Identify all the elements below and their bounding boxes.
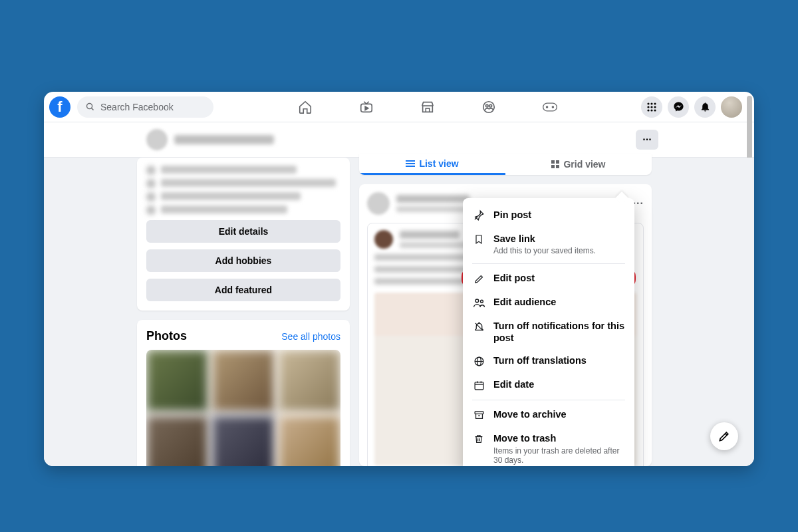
menu-notifications-label: Turn off notifications for this post	[493, 320, 625, 344]
svg-point-27	[480, 300, 483, 303]
intro-card: Edit details Add hobbies Add featured	[137, 158, 350, 311]
notifications-icon[interactable]	[694, 96, 716, 118]
menu-trash-label: Move to trash	[493, 432, 625, 444]
svg-point-17	[654, 109, 656, 111]
profile-more-button[interactable]: ···	[636, 130, 658, 150]
menu-move-to-trash[interactable]: Move to trash Items in your trash are de…	[463, 427, 634, 466]
groups-icon[interactable]	[481, 100, 496, 114]
left-column: Edit details Add hobbies Add featured Ph…	[137, 158, 350, 466]
menu-edit-date[interactable]: Edit date	[463, 373, 634, 397]
add-featured-button[interactable]: Add featured	[146, 279, 340, 301]
post-more-button[interactable]: ···	[633, 198, 644, 209]
trash-icon	[472, 432, 485, 446]
svg-point-9	[647, 102, 649, 104]
globe-icon	[472, 354, 485, 368]
menu-edit-audience[interactable]: Edit audience	[463, 291, 634, 315]
home-icon[interactable]	[298, 100, 313, 114]
photo-thumbnail[interactable]	[212, 350, 274, 412]
photo-thumbnail[interactable]	[279, 350, 340, 412]
search-input[interactable]: Search Facebook	[77, 96, 213, 118]
menu-archive-label: Move to archive	[493, 408, 567, 420]
menu-separator	[472, 400, 625, 400]
menu-save-link[interactable]: Save link Add this to your saved items.	[463, 227, 634, 261]
shared-author-name-blurred	[400, 231, 460, 239]
post-author-name-blurred	[396, 195, 469, 203]
menu-turn-off-translations[interactable]: Turn off translations	[463, 349, 634, 373]
svg-point-3	[483, 101, 494, 112]
pencil-icon	[472, 272, 485, 285]
menu-pin-post[interactable]: Pin post	[463, 203, 634, 227]
audience-icon	[472, 296, 485, 309]
svg-point-4	[485, 104, 488, 107]
bookmark-icon	[472, 233, 485, 246]
profile-small-avatar[interactable]	[146, 129, 168, 150]
gaming-icon[interactable]	[543, 100, 557, 114]
search-icon	[85, 102, 95, 112]
svg-point-10	[650, 102, 652, 104]
menu-edit-audience-label: Edit audience	[493, 296, 556, 308]
browser-window: f Search Facebook ···	[44, 92, 754, 466]
grid-icon	[551, 160, 559, 168]
top-nav: f Search Facebook	[44, 92, 754, 122]
menu-separator	[472, 263, 625, 264]
view-tabs: List view Grid view	[359, 154, 652, 175]
menu-move-to-archive[interactable]: Move to archive	[463, 403, 634, 427]
marketplace-icon[interactable]	[420, 100, 435, 114]
tab-grid-view[interactable]: Grid view	[505, 154, 652, 175]
menu-edit-post[interactable]: Edit post	[463, 267, 634, 291]
svg-point-5	[489, 104, 491, 107]
svg-point-13	[650, 106, 652, 108]
svg-point-26	[475, 299, 478, 303]
archive-icon	[472, 408, 485, 422]
facebook-logo-icon[interactable]: f	[49, 96, 70, 118]
menu-grid-icon[interactable]	[641, 96, 662, 118]
bell-off-icon	[472, 320, 485, 333]
profile-avatar[interactable]	[721, 96, 742, 118]
profile-subheader: ···	[44, 122, 754, 158]
compose-icon	[718, 430, 731, 443]
photo-thumbnail[interactable]	[212, 416, 274, 466]
search-placeholder: Search Facebook	[100, 102, 174, 112]
photo-thumbnail[interactable]	[279, 416, 340, 466]
add-hobbies-button[interactable]: Add hobbies	[146, 249, 340, 272]
svg-rect-22	[556, 160, 559, 164]
post-options-menu: Pin post Save link Add this to your save…	[463, 198, 634, 466]
svg-point-16	[650, 109, 652, 111]
scrollbar-thumb[interactable]	[747, 96, 752, 160]
photo-thumbnail[interactable]	[146, 350, 208, 412]
tab-list-label: List view	[419, 158, 458, 169]
svg-rect-32	[475, 382, 483, 389]
svg-point-14	[654, 106, 656, 108]
profile-name-blurred	[174, 135, 274, 144]
svg-rect-24	[556, 165, 559, 168]
list-icon	[406, 160, 415, 168]
svg-line-1	[92, 108, 94, 110]
photo-thumbnail[interactable]	[146, 416, 208, 466]
pin-icon	[472, 209, 485, 222]
shared-author-avatar	[374, 230, 393, 249]
shared-timestamp-blurred	[400, 242, 473, 248]
svg-rect-6	[543, 103, 557, 111]
svg-point-15	[647, 109, 649, 111]
svg-rect-23	[551, 165, 555, 168]
photo-grid	[146, 350, 340, 466]
see-all-photos-link[interactable]: See all photos	[281, 331, 340, 342]
svg-rect-21	[551, 160, 555, 164]
calendar-icon	[472, 378, 485, 392]
menu-turn-off-notifications[interactable]: Turn off notifications for this post	[463, 315, 634, 349]
watch-icon[interactable]	[359, 100, 374, 114]
compose-button[interactable]	[710, 422, 738, 450]
svg-point-0	[87, 104, 92, 109]
svg-point-7	[546, 106, 547, 107]
messenger-icon[interactable]	[668, 96, 689, 118]
menu-pin-label: Pin post	[493, 209, 531, 221]
content-area: Edit details Add hobbies Add featured Ph…	[44, 158, 754, 466]
edit-details-button[interactable]: Edit details	[146, 220, 340, 243]
svg-point-8	[552, 106, 553, 107]
menu-edit-post-label: Edit post	[493, 272, 535, 284]
post-author-avatar[interactable]	[367, 192, 390, 215]
photos-title: Photos	[146, 329, 187, 343]
menu-translations-label: Turn off translations	[493, 354, 587, 366]
menu-save-sublabel: Add this to your saved items.	[493, 246, 596, 255]
tab-list-view[interactable]: List view	[359, 154, 505, 175]
